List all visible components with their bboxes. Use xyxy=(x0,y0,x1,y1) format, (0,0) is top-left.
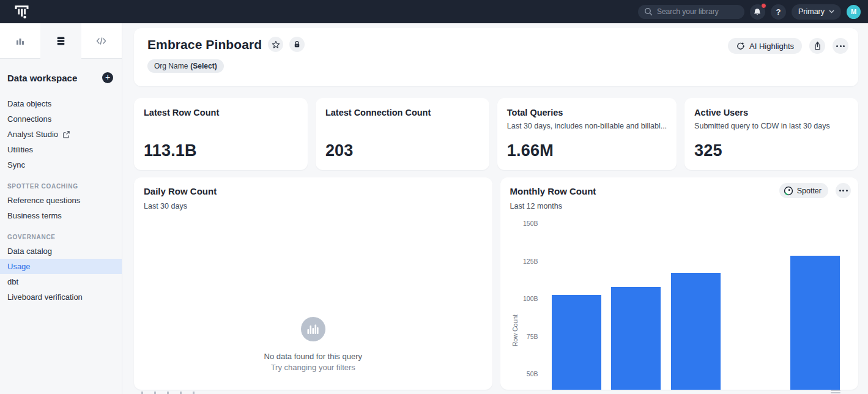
search-icon xyxy=(644,7,653,16)
sidebar-item-data-objects[interactable]: Data objects xyxy=(0,96,122,111)
share-button[interactable] xyxy=(809,38,825,54)
page-title: Embrace Pinboard xyxy=(147,37,262,52)
sidebar-item-business-terms[interactable]: Business terms xyxy=(0,208,122,223)
permissions-button[interactable] xyxy=(289,37,305,52)
sidebar-item-data-catalog[interactable]: Data catalog xyxy=(0,243,122,259)
org-name-filter-chip[interactable]: Org Name (Select) xyxy=(147,59,224,73)
clipped-text-fragments xyxy=(141,390,195,394)
ai-sparkle-icon xyxy=(736,42,745,51)
bar-chart-icon xyxy=(15,36,25,46)
bar-month-2[interactable] xyxy=(611,287,661,390)
external-link-icon xyxy=(62,131,70,138)
sidebar-item-utilities[interactable]: Utilities xyxy=(0,142,122,157)
sidebar-nav: Data objects Connections Analyst Studio … xyxy=(0,96,122,305)
ai-highlights-button[interactable]: AI Highlights xyxy=(728,38,802,54)
chart-row: Daily Row Count Last 30 days No data fou… xyxy=(134,177,858,390)
bell-icon xyxy=(753,7,762,16)
app-window: Search your library ? Primary xyxy=(0,0,868,394)
kpi-value: 203 xyxy=(325,141,480,160)
sidebar-item-label: Connections xyxy=(7,114,51,124)
drag-handle-icon[interactable] xyxy=(831,390,840,394)
search-placeholder: Search your library xyxy=(657,7,719,16)
bar-month-1[interactable] xyxy=(552,295,601,390)
clipped-next-row xyxy=(134,390,858,394)
top-navigation-bar: Search your library ? Primary xyxy=(0,0,868,23)
lock-icon xyxy=(293,40,301,48)
notifications-button[interactable] xyxy=(750,4,765,20)
filter-chip-label: Org Name xyxy=(154,62,188,70)
favorite-button[interactable] xyxy=(268,37,283,52)
kpi-card-latest-row-count[interactable]: Latest Row Count 113.1B xyxy=(134,98,308,170)
org-selector-dropdown[interactable]: Primary xyxy=(792,4,841,20)
kpi-title: Latest Row Count xyxy=(144,108,298,117)
kpi-title: Active Users xyxy=(694,108,848,117)
sidebar-tabs xyxy=(0,23,122,59)
notification-badge xyxy=(761,3,766,9)
kpi-subtitle: Submitted query to CDW in last 30 days xyxy=(694,122,848,130)
org-selector-value: Primary xyxy=(798,7,825,16)
sidebar-item-label: Usage xyxy=(7,262,31,271)
sidebar-item-label: Utilities xyxy=(7,145,33,154)
bar-chart-plot-area xyxy=(500,177,859,390)
tab-developer[interactable] xyxy=(81,23,122,59)
sidebar-item-connections[interactable]: Connections xyxy=(0,111,122,127)
workspace-title: Data workspace xyxy=(7,73,77,83)
database-icon xyxy=(56,36,65,46)
empty-state: No data found for this query Try changin… xyxy=(134,317,492,372)
more-options-button[interactable] xyxy=(833,38,848,54)
kpi-subtitle: Last 30 days, includes non-billable and … xyxy=(507,122,667,130)
sidebar-item-sync[interactable]: Sync xyxy=(0,157,122,173)
left-sidebar: Data workspace + Data objects Connection… xyxy=(0,23,122,394)
star-icon xyxy=(272,40,280,49)
sidebar-item-liveboard-verification[interactable]: Liveboard verification xyxy=(0,289,122,305)
ai-highlights-label: AI Highlights xyxy=(749,42,794,51)
kpi-value: 325 xyxy=(694,141,848,160)
thoughtspot-logo-icon[interactable] xyxy=(12,2,31,21)
sidebar-item-analyst-studio[interactable]: Analyst Studio xyxy=(0,127,122,142)
sidebar-item-label: Data catalog xyxy=(7,247,52,256)
sidebar-item-label: Sync xyxy=(7,160,25,169)
section-label-spotter-coaching: SPOTTER COACHING xyxy=(0,183,122,190)
sidebar-item-label: Liveboard verification xyxy=(7,292,83,302)
sidebar-item-dbt[interactable]: dbt xyxy=(0,274,122,289)
sidebar-item-label: dbt xyxy=(7,277,18,286)
kpi-title: Total Queries xyxy=(507,108,667,117)
sidebar-item-label: Analyst Studio xyxy=(7,130,58,139)
sidebar-item-reference-questions[interactable]: Reference questions xyxy=(0,193,122,208)
sidebar-item-label: Reference questions xyxy=(7,196,80,205)
chart-title: Daily Row Count xyxy=(144,186,483,196)
monthly-row-count-card: Monthly Row Count Last 12 months Spo xyxy=(500,177,859,390)
liveboard-header-card: Embrace Pinboard xyxy=(134,28,858,86)
daily-row-count-card: Daily Row Count Last 30 days No data fou… xyxy=(134,177,492,390)
kpi-value: 113.1B xyxy=(144,141,298,160)
question-mark-icon: ? xyxy=(776,7,781,17)
tab-insights[interactable] xyxy=(0,23,40,59)
tab-data-workspace[interactable] xyxy=(40,23,81,59)
kpi-card-total-queries[interactable]: Total Queries Last 30 days, includes non… xyxy=(497,98,677,170)
ellipsis-icon xyxy=(836,45,845,47)
code-icon xyxy=(96,37,106,45)
user-avatar[interactable]: M xyxy=(847,5,861,19)
bar-month-5[interactable] xyxy=(790,256,840,390)
empty-state-title: No data found for this query xyxy=(264,352,362,361)
add-new-button[interactable]: + xyxy=(102,72,113,83)
sidebar-item-label: Business terms xyxy=(7,211,62,220)
share-icon xyxy=(814,42,822,50)
kpi-row: Latest Row Count 113.1B Latest Connectio… xyxy=(134,98,858,170)
no-data-chart-icon xyxy=(301,317,325,341)
main-content: Embrace Pinboard xyxy=(122,23,868,394)
kpi-card-latest-connection-count[interactable]: Latest Connection Count 203 xyxy=(316,98,489,170)
section-label-governance: GOVERNANCE xyxy=(0,234,122,240)
sidebar-item-usage[interactable]: Usage xyxy=(0,259,122,274)
library-search-input[interactable]: Search your library xyxy=(638,5,744,19)
workspace-header: Data workspace + xyxy=(0,72,122,83)
kpi-title: Latest Connection Count xyxy=(325,108,480,117)
sidebar-item-label: Data objects xyxy=(7,99,51,108)
bar-month-3[interactable] xyxy=(671,273,721,390)
kpi-value: 1.66M xyxy=(507,141,667,160)
help-button[interactable]: ? xyxy=(771,4,786,20)
empty-state-subtitle: Try changing your filters xyxy=(271,363,355,372)
kpi-card-active-users[interactable]: Active Users Submitted query to CDW in l… xyxy=(684,98,858,170)
avatar-initial: M xyxy=(851,8,856,15)
chart-subtitle: Last 30 days xyxy=(144,202,483,210)
